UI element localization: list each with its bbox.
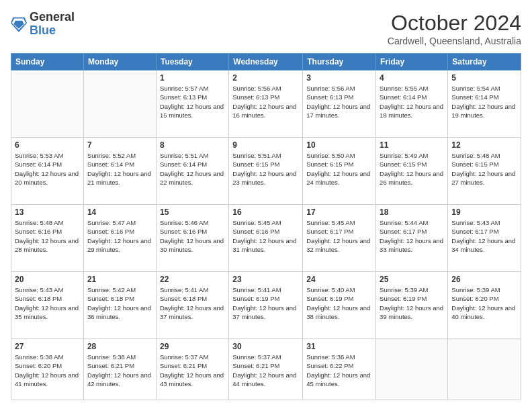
day-number: 14	[87, 208, 152, 217]
col-thursday: Thursday	[303, 54, 376, 71]
table-row: 19Sunrise: 5:43 AM Sunset: 6:17 PM Dayli…	[448, 205, 521, 272]
day-number: 31	[306, 342, 372, 351]
table-row: 23Sunrise: 5:41 AM Sunset: 6:19 PM Dayli…	[229, 272, 303, 339]
table-row: 31Sunrise: 5:36 AM Sunset: 6:22 PM Dayli…	[303, 339, 376, 400]
day-info: Sunrise: 5:37 AM Sunset: 6:21 PM Dayligh…	[160, 353, 225, 388]
table-row	[376, 339, 448, 400]
title-section: October 2024 Cardwell, Queensland, Austr…	[388, 11, 521, 46]
table-row: 21Sunrise: 5:42 AM Sunset: 6:18 PM Dayli…	[83, 272, 156, 339]
day-info: Sunrise: 5:49 AM Sunset: 6:15 PM Dayligh…	[380, 151, 444, 187]
table-row: 6Sunrise: 5:53 AM Sunset: 6:14 PM Daylig…	[11, 138, 84, 205]
day-info: Sunrise: 5:57 AM Sunset: 6:13 PM Dayligh…	[160, 84, 225, 120]
day-number: 27	[15, 342, 80, 351]
day-number: 12	[451, 140, 517, 150]
col-wednesday: Wednesday	[229, 54, 303, 71]
logo: General Blue	[11, 11, 75, 38]
day-info: Sunrise: 5:56 AM Sunset: 6:13 PM Dayligh…	[232, 84, 299, 120]
table-row: 3Sunrise: 5:56 AM Sunset: 6:13 PM Daylig…	[303, 71, 376, 138]
table-row: 12Sunrise: 5:48 AM Sunset: 6:15 PM Dayli…	[448, 138, 521, 205]
day-info: Sunrise: 5:38 AM Sunset: 6:20 PM Dayligh…	[15, 353, 80, 388]
logo-general: General	[30, 10, 75, 24]
day-info: Sunrise: 5:54 AM Sunset: 6:14 PM Dayligh…	[451, 84, 517, 120]
day-info: Sunrise: 5:51 AM Sunset: 6:14 PM Dayligh…	[160, 151, 225, 187]
table-row: 26Sunrise: 5:39 AM Sunset: 6:20 PM Dayli…	[448, 272, 521, 339]
table-row: 11Sunrise: 5:49 AM Sunset: 6:15 PM Dayli…	[376, 138, 448, 205]
table-row: 25Sunrise: 5:39 AM Sunset: 6:19 PM Dayli…	[376, 272, 448, 339]
day-info: Sunrise: 5:55 AM Sunset: 6:14 PM Dayligh…	[380, 84, 444, 120]
logo-icon	[11, 15, 27, 34]
table-row: 16Sunrise: 5:45 AM Sunset: 6:16 PM Dayli…	[229, 205, 303, 272]
table-row: 30Sunrise: 5:37 AM Sunset: 6:21 PM Dayli…	[229, 339, 303, 400]
table-row	[448, 339, 521, 400]
table-row: 4Sunrise: 5:55 AM Sunset: 6:14 PM Daylig…	[376, 71, 448, 138]
table-row: 14Sunrise: 5:47 AM Sunset: 6:16 PM Dayli…	[83, 205, 156, 272]
logo-text: General Blue	[30, 11, 75, 38]
day-info: Sunrise: 5:36 AM Sunset: 6:22 PM Dayligh…	[306, 353, 372, 388]
day-info: Sunrise: 5:48 AM Sunset: 6:15 PM Dayligh…	[451, 151, 517, 187]
table-row: 7Sunrise: 5:52 AM Sunset: 6:14 PM Daylig…	[83, 138, 156, 205]
col-sunday: Sunday	[11, 54, 84, 71]
day-number: 18	[380, 208, 444, 217]
day-number: 25	[380, 275, 444, 284]
table-row: 13Sunrise: 5:48 AM Sunset: 6:16 PM Dayli…	[11, 205, 84, 272]
day-number: 2	[232, 73, 299, 83]
col-tuesday: Tuesday	[156, 54, 228, 71]
day-number: 1	[160, 73, 225, 83]
day-number: 28	[87, 342, 152, 351]
day-number: 21	[87, 275, 152, 284]
logo-blue: Blue	[30, 24, 56, 37]
day-info: Sunrise: 5:47 AM Sunset: 6:16 PM Dayligh…	[87, 218, 152, 254]
day-info: Sunrise: 5:53 AM Sunset: 6:14 PM Dayligh…	[15, 151, 80, 187]
day-number: 19	[451, 208, 517, 217]
day-number: 6	[15, 140, 80, 150]
day-number: 17	[306, 208, 372, 217]
day-number: 3	[306, 73, 372, 83]
table-row: 15Sunrise: 5:46 AM Sunset: 6:16 PM Dayli…	[156, 205, 228, 272]
table-row: 1Sunrise: 5:57 AM Sunset: 6:13 PM Daylig…	[156, 71, 228, 138]
table-row: 29Sunrise: 5:37 AM Sunset: 6:21 PM Dayli…	[156, 339, 228, 400]
day-info: Sunrise: 5:43 AM Sunset: 6:18 PM Dayligh…	[15, 285, 80, 321]
calendar-header-row: Sunday Monday Tuesday Wednesday Thursday…	[11, 54, 521, 71]
day-number: 15	[160, 208, 225, 217]
day-info: Sunrise: 5:40 AM Sunset: 6:19 PM Dayligh…	[306, 285, 372, 321]
day-info: Sunrise: 5:45 AM Sunset: 6:17 PM Dayligh…	[306, 218, 372, 254]
table-row: 9Sunrise: 5:51 AM Sunset: 6:15 PM Daylig…	[229, 138, 303, 205]
table-row: 18Sunrise: 5:44 AM Sunset: 6:17 PM Dayli…	[376, 205, 448, 272]
table-row: 17Sunrise: 5:45 AM Sunset: 6:17 PM Dayli…	[303, 205, 376, 272]
day-info: Sunrise: 5:51 AM Sunset: 6:15 PM Dayligh…	[232, 151, 299, 187]
table-row: 10Sunrise: 5:50 AM Sunset: 6:15 PM Dayli…	[303, 138, 376, 205]
day-info: Sunrise: 5:56 AM Sunset: 6:13 PM Dayligh…	[306, 84, 372, 120]
day-info: Sunrise: 5:39 AM Sunset: 6:19 PM Dayligh…	[380, 285, 444, 321]
day-info: Sunrise: 5:38 AM Sunset: 6:21 PM Dayligh…	[87, 353, 152, 388]
table-row: 5Sunrise: 5:54 AM Sunset: 6:14 PM Daylig…	[448, 71, 521, 138]
month-title: October 2024	[388, 11, 521, 36]
table-row	[11, 71, 84, 138]
location-subtitle: Cardwell, Queensland, Australia	[388, 36, 521, 46]
col-saturday: Saturday	[448, 54, 521, 71]
table-row	[83, 71, 156, 138]
day-number: 23	[232, 275, 299, 284]
day-number: 8	[160, 140, 225, 150]
col-friday: Friday	[376, 54, 448, 71]
calendar-table: Sunday Monday Tuesday Wednesday Thursday…	[11, 53, 521, 400]
table-row: 28Sunrise: 5:38 AM Sunset: 6:21 PM Dayli…	[83, 339, 156, 400]
day-number: 26	[451, 275, 517, 284]
day-number: 10	[306, 140, 372, 150]
day-number: 16	[232, 208, 299, 217]
day-info: Sunrise: 5:42 AM Sunset: 6:18 PM Dayligh…	[87, 285, 152, 321]
day-info: Sunrise: 5:52 AM Sunset: 6:14 PM Dayligh…	[87, 151, 152, 187]
day-number: 13	[15, 208, 80, 217]
day-info: Sunrise: 5:50 AM Sunset: 6:15 PM Dayligh…	[306, 151, 372, 187]
col-monday: Monday	[83, 54, 156, 71]
day-info: Sunrise: 5:46 AM Sunset: 6:16 PM Dayligh…	[160, 218, 225, 254]
day-info: Sunrise: 5:41 AM Sunset: 6:19 PM Dayligh…	[232, 285, 299, 321]
day-number: 20	[15, 275, 80, 284]
day-number: 5	[451, 73, 517, 83]
table-row: 24Sunrise: 5:40 AM Sunset: 6:19 PM Dayli…	[303, 272, 376, 339]
day-number: 11	[380, 140, 444, 150]
day-info: Sunrise: 5:39 AM Sunset: 6:20 PM Dayligh…	[451, 285, 517, 321]
table-row: 2Sunrise: 5:56 AM Sunset: 6:13 PM Daylig…	[229, 71, 303, 138]
table-row: 22Sunrise: 5:41 AM Sunset: 6:18 PM Dayli…	[156, 272, 228, 339]
table-row: 20Sunrise: 5:43 AM Sunset: 6:18 PM Dayli…	[11, 272, 84, 339]
day-info: Sunrise: 5:37 AM Sunset: 6:21 PM Dayligh…	[232, 353, 299, 388]
